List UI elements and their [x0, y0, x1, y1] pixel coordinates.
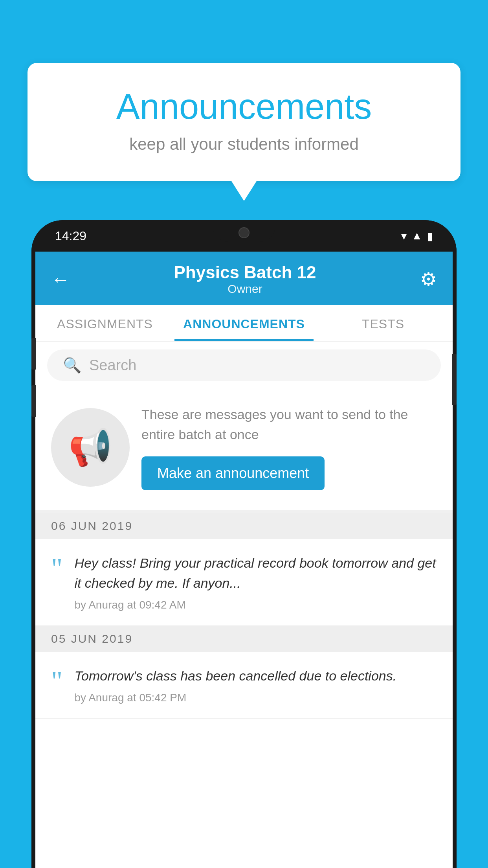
back-button[interactable]: ← [51, 268, 70, 290]
tab-assignments[interactable]: ASSIGNMENTS [35, 305, 174, 341]
app-header: ← Physics Batch 12 Owner ⚙ [35, 252, 453, 305]
quote-icon-2: " [51, 670, 62, 693]
announcement-text-1: Hey class! Bring your practical record b… [74, 553, 437, 593]
power-button [452, 354, 457, 405]
announcement-meta-1: by Anurag at 09:42 AM [74, 599, 437, 611]
search-container: 🔍 Search [35, 342, 453, 389]
promo-content: These are messages you want to send to t… [141, 405, 437, 490]
status-icons: ▾ ▲ ▮ [401, 230, 433, 243]
date-header-2: 05 JUN 2019 [35, 626, 453, 652]
bubble-title: Announcements [59, 86, 429, 127]
promo-section: 📢 These are messages you want to send to… [35, 389, 453, 513]
announcement-content-2: Tomorrow's class has been cancelled due … [74, 666, 396, 704]
notch [213, 220, 275, 242]
header-title-area: Physics Batch 12 Owner [174, 263, 316, 296]
speech-bubble: Announcements keep all your students inf… [28, 63, 460, 181]
phone-screen: ← Physics Batch 12 Owner ⚙ ASSIGNMENTS A… [35, 252, 453, 868]
announcement-meta-2: by Anurag at 05:42 PM [74, 691, 396, 704]
speech-bubble-section: Announcements keep all your students inf… [28, 63, 460, 181]
promo-description: These are messages you want to send to t… [141, 405, 437, 445]
announcement-item-2[interactable]: " Tomorrow's class has been cancelled du… [35, 652, 453, 719]
date-header-1: 06 JUN 2019 [35, 513, 453, 539]
wifi-icon: ▾ [401, 230, 407, 243]
promo-icon-circle: 📢 [51, 408, 130, 487]
header-subtitle: Owner [174, 282, 316, 296]
announcement-content-1: Hey class! Bring your practical record b… [74, 553, 437, 611]
make-announcement-button[interactable]: Make an announcement [141, 456, 325, 490]
search-bar[interactable]: 🔍 Search [47, 349, 441, 381]
announcement-text-2: Tomorrow's class has been cancelled due … [74, 666, 396, 686]
tab-announcements[interactable]: ANNOUNCEMENTS [174, 305, 314, 341]
search-placeholder: Search [89, 357, 136, 374]
search-icon: 🔍 [63, 357, 81, 374]
settings-icon[interactable]: ⚙ [420, 268, 437, 290]
volume-up-button [31, 338, 36, 370]
status-time: 14:29 [55, 229, 86, 243]
phone-frame: 14:29 ▾ ▲ ▮ ← Physics Batch 12 Owner ⚙ A… [31, 220, 457, 868]
battery-icon: ▮ [427, 230, 433, 243]
status-bar: 14:29 ▾ ▲ ▮ [31, 220, 457, 252]
announcement-item-1[interactable]: " Hey class! Bring your practical record… [35, 539, 453, 626]
camera [238, 227, 250, 238]
megaphone-icon: 📢 [68, 427, 112, 468]
tabs-bar: ASSIGNMENTS ANNOUNCEMENTS TESTS [35, 305, 453, 342]
date-text-2: 05 JUN 2019 [51, 632, 133, 645]
quote-icon-1: " [51, 557, 62, 580]
signal-icon: ▲ [411, 230, 422, 242]
tab-tests[interactable]: TESTS [314, 305, 453, 341]
volume-down-button [31, 385, 36, 417]
header-title: Physics Batch 12 [174, 263, 316, 282]
date-text-1: 06 JUN 2019 [51, 519, 133, 532]
bubble-subtitle: keep all your students informed [59, 135, 429, 154]
